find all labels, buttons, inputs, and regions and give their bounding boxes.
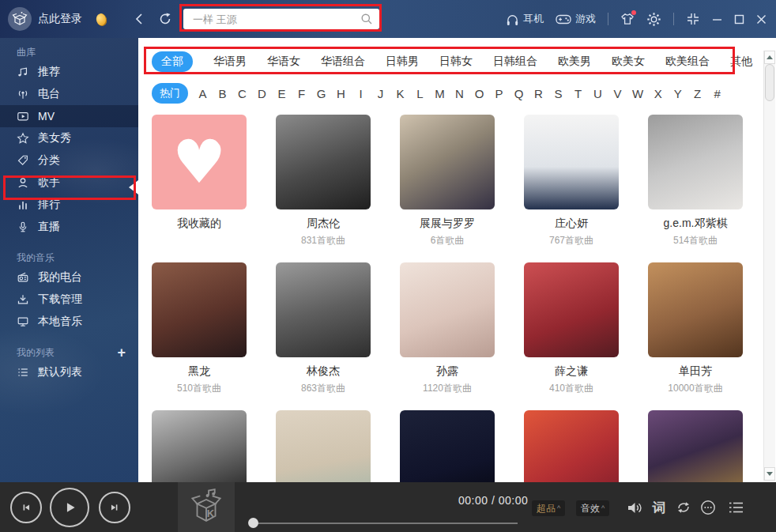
minimize-button[interactable] [712,14,722,25]
mini-mode-button[interactable] [686,12,700,26]
artist-photo[interactable] [648,410,743,482]
tab-cn-male[interactable]: 华语男 [213,55,247,69]
scroll-down-button[interactable] [764,467,775,481]
letter-s[interactable]: S [553,87,563,100]
maximize-button[interactable] [734,14,744,25]
tab-west-female[interactable]: 欧美女 [612,55,645,69]
artist-photo[interactable] [276,262,371,357]
artist-card[interactable] [400,410,495,482]
letter-t[interactable]: T [573,87,583,100]
artist-card[interactable]: 黑龙 510首歌曲 [152,262,247,395]
letter-l[interactable]: L [415,87,425,100]
letter-e[interactable]: E [277,87,287,100]
more-options-button[interactable] [699,499,717,516]
volume-button[interactable] [626,499,643,516]
sound-effect-selector[interactable]: 音效 ^ [576,500,609,516]
letter-f[interactable]: F [296,87,307,100]
artist-photo[interactable] [400,115,495,209]
letter-r[interactable]: R [533,87,544,100]
letter-q[interactable]: Q [514,87,524,100]
letter-v[interactable]: V [612,87,623,100]
close-button[interactable] [756,14,767,25]
coin-icon[interactable] [95,12,108,27]
artist-card[interactable]: 庄心妍 767首歌曲 [524,115,619,247]
artist-photo[interactable] [524,410,619,482]
artist-card[interactable]: 林俊杰 863首歌曲 [276,262,371,395]
sidebar-item-mv[interactable]: MV [0,105,138,127]
scrollbar[interactable] [763,51,775,481]
tab-jk-male[interactable]: 日韩男 [386,55,419,69]
artist-card[interactable]: g.e.m.邓紫棋 514首歌曲 [648,115,743,247]
search-icon[interactable] [360,13,373,25]
artist-photo[interactable] [400,410,495,482]
headset-button[interactable]: 耳机 [506,12,544,26]
sidebar-item-downloads[interactable]: 下载管理 [0,289,138,311]
search-input[interactable] [193,13,360,25]
sidebar-item-singers[interactable]: 歌手 [0,172,138,194]
artist-photo[interactable] [400,262,495,357]
letter-y[interactable]: Y [672,87,683,100]
sidebar-item-my-radio[interactable]: 我的电台 [0,266,138,289]
letter-n[interactable]: N [454,87,465,100]
settings-button[interactable] [646,12,661,27]
progress-handle[interactable] [248,518,258,528]
letter-o[interactable]: O [474,87,484,100]
artist-card[interactable] [152,410,247,482]
letter-b[interactable]: B [217,87,228,100]
tab-west-group[interactable]: 欧美组合 [665,55,710,69]
tab-jk-group[interactable]: 日韩组合 [493,55,537,69]
artist-photo[interactable] [152,262,247,357]
letter-d[interactable]: D [257,87,267,100]
skin-button[interactable] [620,12,635,26]
letter-a[interactable]: A [198,87,208,100]
artist-card[interactable]: 孙露 1120首歌曲 [400,262,495,395]
artist-card[interactable] [524,410,619,482]
letter-hash[interactable]: # [712,87,722,100]
previous-track-button[interactable] [10,492,42,523]
sidebar-item-category[interactable]: 分类 [0,149,138,172]
favorites-cover[interactable]: ♥ [152,115,247,209]
sidebar-item-live[interactable]: 直播 [0,216,138,238]
tab-all[interactable]: 全部 [152,51,193,72]
letter-hot[interactable]: 热门 [152,83,188,104]
artist-photo[interactable] [276,115,371,209]
letter-z[interactable]: Z [692,87,703,100]
artist-photo[interactable] [524,262,619,357]
artist-card[interactable]: 薛之谦 410首歌曲 [524,262,619,395]
play-mode-button[interactable] [675,499,692,516]
progress-slider[interactable] [249,523,518,524]
refresh-button[interactable] [156,10,174,28]
scrollbar-thumb[interactable] [765,64,774,101]
letter-p[interactable]: P [494,87,504,100]
letter-u[interactable]: U [593,87,603,100]
artist-photo[interactable] [152,410,247,482]
back-button[interactable] [130,10,148,28]
artist-photo[interactable] [648,262,743,357]
sidebar-item-local-music[interactable]: 本地音乐 [0,311,138,333]
artist-photo[interactable] [276,410,371,482]
album-art[interactable]: K [178,482,235,532]
artist-card[interactable]: 单田芳 10000首歌曲 [648,262,743,395]
next-track-button[interactable] [99,492,130,523]
letter-c[interactable]: C [237,87,247,100]
letter-m[interactable]: M [435,87,445,100]
scroll-up-button[interactable] [764,51,775,64]
artist-card[interactable]: 周杰伦 831首歌曲 [276,115,371,247]
tab-cn-group[interactable]: 华语组合 [321,55,365,69]
letter-i[interactable]: I [356,87,366,100]
letter-w[interactable]: W [632,87,643,100]
tab-cn-female[interactable]: 华语女 [267,55,300,69]
tab-west-male[interactable]: 欧美男 [558,55,591,69]
sidebar-item-radio[interactable]: 电台 [0,83,138,105]
tab-jk-female[interactable]: 日韩女 [439,55,473,69]
artist-photo[interactable] [524,115,619,209]
sidebar-item-recommend[interactable]: 推荐 [0,61,138,83]
letter-x[interactable]: X [653,87,663,100]
play-button[interactable] [50,488,89,527]
sidebar-item-default-list[interactable]: 默认列表 [0,361,138,383]
letter-h[interactable]: H [336,87,346,100]
login-button[interactable]: 点此登录 [38,0,82,38]
lyrics-button[interactable]: 词 [650,499,668,516]
game-button[interactable]: 游戏 [556,12,596,26]
artist-photo[interactable] [648,115,743,209]
